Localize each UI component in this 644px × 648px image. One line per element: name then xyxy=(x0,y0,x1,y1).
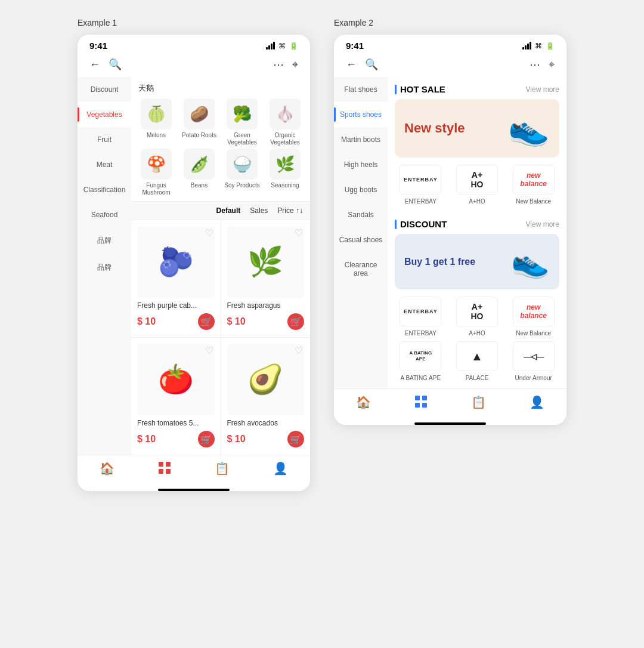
product-name-tomatoes: Fresh tomatoes 5... xyxy=(137,419,215,427)
brand-item-bape[interactable]: A BATINGAPE A BATING APE xyxy=(395,341,447,381)
cat-item-organic[interactable]: 🧄 Organic Vegetables xyxy=(265,98,305,146)
cat-item-green-veg[interactable]: 🥦 Green Vegetables xyxy=(222,98,262,146)
bottom-nav-profile-2[interactable]: 👤 xyxy=(530,395,544,409)
brand-item-aho1[interactable]: A+HO A+HO xyxy=(451,165,503,205)
hot-sale-title-text: HOT SALE xyxy=(400,84,445,94)
ex2-sidebar-casual[interactable]: Casual shoes xyxy=(334,227,388,252)
bottom-nav-home-2[interactable]: 🏠 xyxy=(356,395,371,409)
sort-bar: Default Sales Price ↑↓ xyxy=(131,201,310,220)
add-cart-avocado[interactable]: 🛒 xyxy=(287,431,304,448)
banner-shoe-icon: 👟 xyxy=(508,109,550,148)
bottom-nav-home-1[interactable]: 🏠 xyxy=(100,461,114,476)
back-icon-2[interactable]: ← xyxy=(346,58,357,71)
cat-item-potato[interactable]: 🥔 Potato Roots xyxy=(179,98,219,146)
brand-item-aho2[interactable]: A+HO A+HO xyxy=(451,297,503,337)
home-bar-2 xyxy=(414,422,486,425)
cat-item-seasoning[interactable]: 🌿 Seasoning xyxy=(265,149,305,196)
brand-name-aho1: A+HO xyxy=(469,198,485,205)
heart-icon-asparagus[interactable]: ♡ xyxy=(295,227,303,239)
ex2-sidebar-sandals[interactable]: Sandals xyxy=(334,202,388,227)
brand-item-palace[interactable]: ▲ PALACE xyxy=(451,341,503,381)
ex2-sidebar-ugg[interactable]: Ugg boots xyxy=(334,177,388,202)
search-icon-1[interactable]: 🔍 xyxy=(109,58,122,71)
sort-sales[interactable]: Sales xyxy=(250,206,268,215)
ex2-main: HOT SALE View more New style 👟 ENTERBAY … xyxy=(388,77,566,388)
more-icon-2[interactable]: ⋯ xyxy=(530,58,540,71)
ex2-sidebar-flat[interactable]: Flat shoes xyxy=(334,77,388,102)
cat-label-mushroom: Fungus Mushroom xyxy=(136,182,177,196)
cat-item-soy[interactable]: 🍚 Soy Products xyxy=(222,149,262,196)
example1-phone: 9:41 ⌘ 🔋 ← 🔍 ⋯ ⌖ xyxy=(78,35,310,491)
cat-label-beans: Beans xyxy=(191,182,208,189)
add-cart-tomatoes[interactable]: 🛒 xyxy=(198,431,215,448)
brand-name-palace: PALACE xyxy=(466,375,489,381)
example2-wrapper: Example 2 9:41 ⌘ 🔋 ← 🔍 ⋯ xyxy=(334,18,566,425)
nav-bar-2: ← 🔍 ⋯ ⌖ xyxy=(334,54,566,77)
sidebar-item-brand1[interactable]: 品牌 xyxy=(78,227,131,254)
brand-name-enterbay1: ENTERBAY xyxy=(405,198,436,205)
brand-logo-palace: ▲ xyxy=(456,341,498,371)
sort-price[interactable]: Price ↑↓ xyxy=(277,206,303,215)
ex2-sidebar-highheels[interactable]: High heels xyxy=(334,152,388,177)
bottom-nav-profile-1[interactable]: 👤 xyxy=(273,461,288,476)
add-cart-cabbage[interactable]: 🛒 xyxy=(198,313,215,330)
discount-banner: Buy 1 get 1 free 👟 xyxy=(395,234,559,289)
cat-item-mushroom[interactable]: 🍄 Fungus Mushroom xyxy=(136,149,177,196)
nav-bar-1: ← 🔍 ⋯ ⌖ xyxy=(78,54,310,77)
sidebar-item-brand2[interactable]: 品牌 xyxy=(78,254,131,281)
brand-item-nb2[interactable]: new balance New Balance xyxy=(507,297,559,337)
heart-icon-cabbage[interactable]: ♡ xyxy=(205,227,213,239)
product-card-cabbage: ♡ 🫐 Fresh purple cab... $ 10 🛒 xyxy=(131,220,221,337)
cat-item-beans[interactable]: 🫛 Beans xyxy=(179,149,219,196)
heart-icon-tomatoes[interactable]: ♡ xyxy=(205,345,213,356)
heart-icon-avocado[interactable]: ♡ xyxy=(295,345,303,356)
svg-rect-4 xyxy=(415,396,420,400)
ex2-sidebar-clearance[interactable]: Clearance area xyxy=(334,252,388,286)
product-card-tomatoes: ♡ 🍅 Fresh tomatoes 5... $ 10 🛒 xyxy=(131,338,221,455)
brand-item-nb1[interactable]: new balance New Balance xyxy=(507,165,559,205)
back-icon-1[interactable]: ← xyxy=(89,58,100,71)
brand-logo-nb2: new balance xyxy=(513,297,555,326)
brand-item-enterbay1[interactable]: ENTERBAY ENTERBAY xyxy=(395,165,447,205)
discount-title-text: DISCOUNT xyxy=(400,219,447,229)
product-name-cabbage: Fresh purple cab... xyxy=(137,301,215,310)
nav-left-2: ← 🔍 xyxy=(346,58,378,71)
cat-item-melons[interactable]: 🍈 Melons xyxy=(136,98,177,146)
brand-logo-aho2: A+HO xyxy=(456,297,498,326)
product-price-asparagus: $ 10 xyxy=(227,316,246,327)
bottom-nav-categories-1[interactable] xyxy=(158,461,171,476)
brand-logo-enterbay1: ENTERBAY xyxy=(400,165,441,195)
cat-label-organic: Organic Vegetables xyxy=(265,132,305,146)
product-img-asparagus: 🌿 xyxy=(227,226,305,298)
bottom-nav-orders-1[interactable]: 📋 xyxy=(215,461,230,476)
bottom-nav-categories-2[interactable] xyxy=(414,395,428,409)
sidebar-item-vegetables[interactable]: Vegetables xyxy=(78,102,131,127)
svg-rect-1 xyxy=(166,462,171,467)
cat-label-soy: Soy Products xyxy=(224,182,259,189)
battery-icon-1: 🔋 xyxy=(289,42,298,50)
hot-sale-view-more[interactable]: View more xyxy=(526,85,559,94)
add-cart-asparagus[interactable]: 🛒 xyxy=(287,313,304,330)
ex1-body: Discount Vegetables Fruit Meat Classific… xyxy=(78,77,310,455)
svg-rect-6 xyxy=(415,403,420,408)
ex2-sidebar-sports[interactable]: Sports shoes xyxy=(334,102,388,127)
sidebar-item-meat[interactable]: Meat xyxy=(78,152,131,177)
cat-label-green-veg: Green Vegetables xyxy=(222,132,262,146)
product-name-avocado: Fresh avocados xyxy=(227,419,305,427)
home-bar-1 xyxy=(158,489,230,491)
cat-label-seasoning: Seasoning xyxy=(271,182,299,189)
sidebar-item-classification[interactable]: Classification xyxy=(78,177,131,202)
target-icon-2[interactable]: ⌖ xyxy=(549,58,555,71)
sidebar-item-seafood[interactable]: Seafood xyxy=(78,202,131,227)
sidebar-item-discount[interactable]: Discount xyxy=(78,77,131,102)
brand-item-enterbay2[interactable]: ENTERBAY ENTERBAY xyxy=(395,297,447,337)
sort-default[interactable]: Default xyxy=(216,206,241,215)
discount-view-more[interactable]: View more xyxy=(526,220,559,229)
search-icon-2[interactable]: 🔍 xyxy=(365,58,378,71)
ex2-sidebar-martin[interactable]: Martin boots xyxy=(334,127,388,152)
bottom-nav-orders-2[interactable]: 📋 xyxy=(471,395,486,409)
sidebar-item-fruit[interactable]: Fruit xyxy=(78,127,131,152)
more-icon-1[interactable]: ⋯ xyxy=(273,58,284,71)
brand-item-ua[interactable]: —◁— Under Armour xyxy=(507,341,559,381)
target-icon-1[interactable]: ⌖ xyxy=(292,58,298,71)
